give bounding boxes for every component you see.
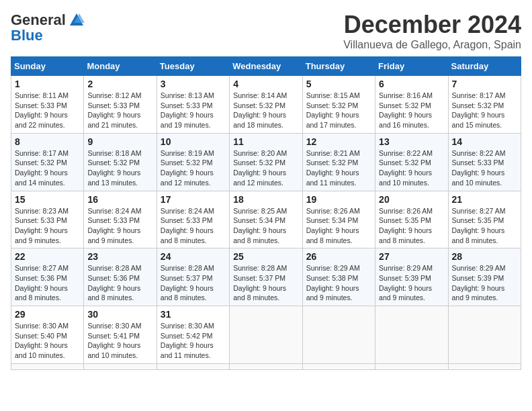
col-wednesday: Wednesday (230, 57, 302, 76)
col-monday: Monday (84, 57, 157, 76)
calendar-cell: 2 Sunrise: 8:12 AMSunset: 5:33 PMDayligh… (84, 76, 157, 134)
day-detail: Sunrise: 8:16 AMSunset: 5:32 PMDaylight:… (379, 91, 433, 129)
day-detail: Sunrise: 8:29 AMSunset: 5:38 PMDaylight:… (306, 264, 360, 302)
day-detail: Sunrise: 8:23 AMSunset: 5:33 PMDaylight:… (15, 207, 69, 244)
day-number: 23 (87, 251, 152, 262)
day-number: 12 (306, 136, 371, 147)
calendar-cell: 28 Sunrise: 8:29 AMSunset: 5:39 PMDaylig… (448, 248, 521, 306)
calendar-cell: 29 Sunrise: 8:30 AMSunset: 5:40 PMDaylig… (11, 306, 84, 364)
day-number: 20 (379, 194, 444, 205)
calendar-cell: 8 Sunrise: 8:17 AMSunset: 5:32 PMDayligh… (11, 133, 84, 191)
day-detail: Sunrise: 8:24 AMSunset: 5:33 PMDaylight:… (161, 207, 214, 244)
day-number: 21 (452, 194, 517, 205)
calendar-cell: 7 Sunrise: 8:17 AMSunset: 5:32 PMDayligh… (448, 76, 521, 134)
day-number: 6 (379, 79, 444, 89)
calendar-cell: 18 Sunrise: 8:25 AMSunset: 5:34 PMDaylig… (230, 191, 302, 248)
calendar-cell: 22 Sunrise: 8:27 AMSunset: 5:36 PMDaylig… (11, 248, 84, 306)
day-detail: Sunrise: 8:19 AMSunset: 5:32 PMDaylight:… (161, 149, 214, 187)
location: Villanueva de Gallego, Aragon, Spain (343, 39, 521, 51)
calendar-cell: 26 Sunrise: 8:29 AMSunset: 5:38 PMDaylig… (302, 248, 375, 306)
day-detail: Sunrise: 8:30 AMSunset: 5:41 PMDaylight:… (87, 322, 141, 359)
calendar-table: Sunday Monday Tuesday Wednesday Thursday… (11, 56, 521, 370)
day-detail: Sunrise: 8:29 AMSunset: 5:39 PMDaylight:… (379, 264, 433, 302)
day-detail: Sunrise: 8:27 AMSunset: 5:35 PMDaylight:… (452, 207, 506, 244)
day-number: 16 (87, 194, 152, 205)
title-block: December 2024 Villanueva de Gallego, Ara… (343, 11, 521, 51)
calendar-cell: 25 Sunrise: 8:28 AMSunset: 5:37 PMDaylig… (230, 248, 302, 306)
day-detail: Sunrise: 8:26 AMSunset: 5:35 PMDaylight:… (379, 207, 433, 244)
calendar-cell (302, 306, 375, 364)
day-number: 22 (15, 251, 80, 262)
calendar-cell: 4 Sunrise: 8:14 AMSunset: 5:32 PMDayligh… (230, 76, 302, 134)
calendar-cell: 10 Sunrise: 8:19 AMSunset: 5:32 PMDaylig… (157, 133, 229, 191)
calendar-row (11, 363, 521, 369)
calendar-cell (375, 363, 448, 369)
calendar-cell: 11 Sunrise: 8:20 AMSunset: 5:32 PMDaylig… (230, 133, 302, 191)
col-tuesday: Tuesday (157, 57, 229, 76)
calendar-cell (157, 363, 229, 369)
day-detail: Sunrise: 8:11 AMSunset: 5:33 PMDaylight:… (15, 91, 69, 129)
calendar-cell: 9 Sunrise: 8:18 AMSunset: 5:32 PMDayligh… (84, 133, 157, 191)
col-saturday: Saturday (448, 57, 521, 76)
day-number: 1 (15, 79, 80, 89)
logo-icon (67, 11, 86, 30)
calendar-cell (375, 306, 448, 364)
day-number: 13 (379, 136, 444, 147)
calendar-cell: 3 Sunrise: 8:13 AMSunset: 5:33 PMDayligh… (157, 76, 229, 134)
day-number: 18 (233, 194, 298, 205)
day-number: 27 (379, 251, 444, 262)
calendar-cell: 31 Sunrise: 8:30 AMSunset: 5:42 PMDaylig… (157, 306, 229, 364)
day-detail: Sunrise: 8:20 AMSunset: 5:32 PMDaylight:… (233, 149, 287, 187)
calendar-cell: 15 Sunrise: 8:23 AMSunset: 5:33 PMDaylig… (11, 191, 84, 248)
day-detail: Sunrise: 8:25 AMSunset: 5:34 PMDaylight:… (233, 207, 287, 244)
day-number: 4 (233, 79, 298, 89)
calendar-cell: 14 Sunrise: 8:22 AMSunset: 5:33 PMDaylig… (448, 133, 521, 191)
col-friday: Friday (375, 57, 448, 76)
day-detail: Sunrise: 8:14 AMSunset: 5:32 PMDaylight:… (233, 91, 287, 129)
day-number: 29 (15, 309, 80, 320)
calendar-cell: 30 Sunrise: 8:30 AMSunset: 5:41 PMDaylig… (84, 306, 157, 364)
calendar-cell: 24 Sunrise: 8:28 AMSunset: 5:37 PMDaylig… (157, 248, 229, 306)
day-detail: Sunrise: 8:12 AMSunset: 5:33 PMDaylight:… (87, 91, 141, 129)
logo: General Blue (11, 11, 86, 44)
calendar-body: 1 Sunrise: 8:11 AMSunset: 5:33 PMDayligh… (11, 76, 521, 370)
calendar-header-row: Sunday Monday Tuesday Wednesday Thursday… (11, 57, 521, 76)
day-detail: Sunrise: 8:17 AMSunset: 5:32 PMDaylight:… (452, 91, 506, 129)
day-number: 28 (452, 251, 517, 262)
calendar-cell: 19 Sunrise: 8:26 AMSunset: 5:34 PMDaylig… (302, 191, 375, 248)
month-title: December 2024 (343, 11, 521, 39)
day-number: 10 (161, 136, 226, 147)
calendar-cell: 20 Sunrise: 8:26 AMSunset: 5:35 PMDaylig… (375, 191, 448, 248)
day-detail: Sunrise: 8:30 AMSunset: 5:40 PMDaylight:… (15, 322, 69, 359)
calendar-row: 29 Sunrise: 8:30 AMSunset: 5:40 PMDaylig… (11, 306, 521, 364)
day-detail: Sunrise: 8:18 AMSunset: 5:32 PMDaylight:… (87, 149, 141, 187)
day-detail: Sunrise: 8:22 AMSunset: 5:32 PMDaylight:… (379, 149, 433, 187)
calendar-cell (230, 363, 302, 369)
day-number: 9 (87, 136, 152, 147)
day-detail: Sunrise: 8:26 AMSunset: 5:34 PMDaylight:… (306, 207, 360, 244)
day-detail: Sunrise: 8:17 AMSunset: 5:32 PMDaylight:… (15, 149, 69, 187)
calendar-row: 1 Sunrise: 8:11 AMSunset: 5:33 PMDayligh… (11, 76, 521, 134)
day-detail: Sunrise: 8:28 AMSunset: 5:36 PMDaylight:… (87, 264, 141, 302)
day-number: 5 (306, 79, 371, 89)
col-sunday: Sunday (11, 57, 84, 76)
calendar-cell: 5 Sunrise: 8:15 AMSunset: 5:32 PMDayligh… (302, 76, 375, 134)
calendar-cell (11, 363, 84, 369)
day-number: 24 (161, 251, 226, 262)
calendar-cell: 12 Sunrise: 8:21 AMSunset: 5:32 PMDaylig… (302, 133, 375, 191)
day-detail: Sunrise: 8:21 AMSunset: 5:32 PMDaylight:… (306, 149, 360, 187)
calendar-cell (230, 306, 302, 364)
day-detail: Sunrise: 8:30 AMSunset: 5:42 PMDaylight:… (161, 322, 214, 359)
day-detail: Sunrise: 8:13 AMSunset: 5:33 PMDaylight:… (161, 91, 214, 129)
day-number: 15 (15, 194, 80, 205)
calendar-cell: 27 Sunrise: 8:29 AMSunset: 5:39 PMDaylig… (375, 248, 448, 306)
logo-blue: Blue (11, 27, 43, 44)
day-detail: Sunrise: 8:29 AMSunset: 5:39 PMDaylight:… (452, 264, 506, 302)
day-number: 31 (161, 309, 226, 320)
day-detail: Sunrise: 8:27 AMSunset: 5:36 PMDaylight:… (15, 264, 69, 302)
day-detail: Sunrise: 8:22 AMSunset: 5:33 PMDaylight:… (452, 149, 506, 187)
day-number: 26 (306, 251, 371, 262)
day-number: 7 (452, 79, 517, 89)
calendar-row: 8 Sunrise: 8:17 AMSunset: 5:32 PMDayligh… (11, 133, 521, 191)
calendar-cell: 23 Sunrise: 8:28 AMSunset: 5:36 PMDaylig… (84, 248, 157, 306)
